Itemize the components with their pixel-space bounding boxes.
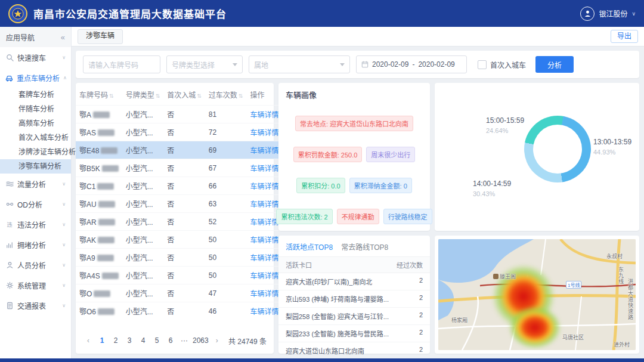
sidebar-item-quick-search[interactable]: 快速搜车 ∨ [0,47,71,67]
col-plate-number[interactable]: 车牌号码⇅ [76,84,122,106]
vehicle-detail-link[interactable]: 车辆详情 [246,284,282,302]
page-button[interactable]: 3 [124,335,135,346]
vehicle-detail-link[interactable]: 车辆详情 [246,302,282,320]
vehicle-detail-link[interactable]: 车辆详情 [246,267,282,284]
region-placeholder: 属地 [254,60,268,70]
hotspot-row[interactable]: 迎宾大道岱山东路口北向南2 [278,342,430,360]
redacted-plate [98,201,115,208]
table-row[interactable]: 鄂A4S小型汽...否50车辆详情 [76,267,282,284]
table-row[interactable]: 鄂AU小型汽...否63车辆详情 [76,195,282,213]
table-row[interactable]: 鄂O小型汽...否47车辆详情 [76,284,282,302]
sidebar-item-congestion-analysis[interactable]: 拥堵分析 ∨ [0,234,71,255]
plate-type-select[interactable]: 号牌类型选择 [166,55,243,73]
vehicle-detail-link[interactable]: 车辆详情 [246,231,282,249]
plate-type-cell: 小型汽... [122,302,164,320]
sidebar-subitem[interactable]: 首次入城车分析 [0,131,71,145]
plate-type-cell: 小型汽... [122,213,164,231]
page-button[interactable]: 2063 [193,335,209,346]
donut-percent: 30.43% [473,190,511,197]
tab-hubei-vehicles[interactable]: 涉鄂车辆 [78,29,123,44]
sidebar-subitem[interactable]: 伴随车分析 [0,102,71,116]
hotspot-count: 2 [419,277,423,286]
tab-active-locations[interactable]: 活跃地点TOP8 [286,242,333,252]
sidebar-subitem[interactable]: 套牌车分析 [0,88,71,102]
vehicle-table-panel: 车牌号码⇅ 号牌类型⇅ 首次入城⇅ 过车次数⇅ 操作 鄂A小型汽...否81车辆… [76,83,274,354]
table-row[interactable]: 鄂AS小型汽...否72车辆详情 [76,123,282,141]
hotspot-row[interactable]: 梨园258 (全智能) 迎宾大道与江铃...2 [278,308,430,325]
hotspot-row[interactable]: 迎宾大道(印钞厂以南)_南向北2 [278,273,430,290]
sidebar-item-flow-analysis[interactable]: 流量分析 ∨ [0,174,71,194]
sidebar-subitem[interactable]: 涉牌涉证车辆分析 [0,145,71,159]
vehicle-table: 车牌号码⇅ 号牌类型⇅ 首次入城⇅ 过车次数⇅ 操作 鄂A小型汽...否81车辆… [76,84,282,320]
next-page-icon[interactable]: › [212,335,222,346]
donut-chart[interactable] [524,116,591,182]
table-row[interactable]: 鄂AK小型汽...否50车辆详情 [76,231,282,249]
col-first-entry[interactable]: 首次入城⇅ [163,84,205,106]
page-button[interactable]: 6 [165,335,176,346]
donut-label-1300: 13:00-13:59 44.93% [593,138,631,156]
sidebar-item-system-management[interactable]: 系统管理 ∨ [0,275,71,295]
analyze-button[interactable]: 分析 [535,56,574,73]
profile-panel-title: 车辆画像 [278,83,430,100]
page-button[interactable]: 5 [151,335,162,346]
plate-number-input[interactable]: 请输入车牌号码 [83,55,160,73]
vehicle-detail-link[interactable]: 车辆详情 [246,177,282,195]
pass-count-cell: 63 [205,195,247,213]
sidebar-item-key-vehicle-analysis[interactable]: 重点车辆分析 ∧ [0,67,71,88]
first-entry-checkbox[interactable]: 首次入城车 [478,60,526,70]
sidebar-item-person-analysis[interactable]: 人员分析 ∨ [0,255,71,275]
donut-label-1400: 14:00-14:59 30.43% [473,180,511,197]
col-pass-count[interactable]: 过车次数⇅ [205,84,247,106]
prev-page-icon[interactable]: ‹ [83,335,94,346]
table-row[interactable]: 鄂A小型汽...否81车辆详情 [76,106,282,123]
col-plate-type[interactable]: 号牌类型⇅ [122,84,164,106]
date-end: 2020-02-09 [418,60,454,69]
hotspot-count: 2 [419,346,423,355]
user-name: 银江股份 [599,8,627,18]
map-label-tengwang-pavilion: 滕王阁 [493,273,516,280]
landmark-icon [493,274,499,279]
plate-type-cell: 小型汽... [122,177,164,195]
plate-cell: 鄂A [76,106,122,123]
table-row[interactable]: 鄂C1小型汽...否66车辆详情 [76,177,282,195]
page-button[interactable]: 2 [110,335,121,346]
plate-type-placeholder: 号牌类型选择 [172,60,215,70]
user-menu[interactable]: 银江股份 ∨ [580,7,636,21]
table-row[interactable]: 鄂E48小型汽...否69车辆详情 [76,141,282,159]
tab-frequent-routes[interactable]: 常去路线TOP8 [341,242,388,252]
page-button[interactable]: ··· [179,335,190,346]
hotspot-count: 2 [419,329,423,338]
sidebar-subitem[interactable]: 涉鄂车辆分析 [0,159,71,174]
page-button[interactable]: 1 [97,335,107,346]
plate-type-cell: 小型汽... [122,249,164,267]
congestion-icon [5,240,14,249]
heatmap-map[interactable]: 滕王阁 1号线 永叔村 东九线 洪都大道快速路 杨家厢 马唐社区 进外村 [438,239,636,350]
vehicle-detail-link[interactable]: 车辆详情 [246,141,282,159]
hotspot-row[interactable]: 京山593 (神埔) 圩荷南路与灌婴路...2 [278,290,430,308]
profile-tag-row: 累积扣分: 0.0累积滞纳金金额: 0 [278,178,430,193]
sidebar-item-violation-analysis[interactable]: 违 违法分析 ∨ [0,214,71,234]
date-range-picker[interactable]: 2020-02-09 - 2020-02-09 [356,55,467,73]
region-select[interactable]: 属地 [249,55,350,73]
hotspot-row[interactable]: 梨园233 (全智能) 施尧路与营民路...2 [278,325,430,342]
table-row[interactable]: 鄂AR小型汽...否52车辆详情 [76,213,282,231]
table-row[interactable]: 鄂O6小型汽...否46车辆详情 [76,302,282,320]
collapse-sidebar-icon[interactable]: « [61,33,65,42]
pass-count-cell: 50 [205,267,247,284]
table-row[interactable]: 鄂B5K小型汽...否67车辆详情 [76,159,282,177]
vehicle-detail-link[interactable]: 车辆详情 [246,106,282,123]
export-button[interactable]: 导出 [611,30,638,43]
table-row[interactable]: 鄂A9小型汽...否50车辆详情 [76,249,282,267]
map-label-yongshu-village: 永叔村 [606,252,623,260]
sidebar-subitem[interactable]: 高频车分析 [0,116,71,131]
vehicle-detail-link[interactable]: 车辆详情 [246,123,282,141]
vehicle-detail-link[interactable]: 车辆详情 [246,249,282,267]
first-entry-cell: 否 [163,141,205,159]
sidebar-item-od-analysis[interactable]: OD分析 ∨ [0,194,71,214]
vehicle-detail-link[interactable]: 车辆详情 [246,159,282,177]
sidebar-item-traffic-report[interactable]: 交通报表 ∨ [0,295,71,315]
filter-bar: 请输入车牌号码 号牌类型选择 属地 2020-02-09 - 2020-02-0… [76,51,639,78]
chevron-down-icon [233,63,237,66]
map-label-jinwai-village: 进外村 [614,341,630,348]
page-button[interactable]: 4 [138,335,148,346]
